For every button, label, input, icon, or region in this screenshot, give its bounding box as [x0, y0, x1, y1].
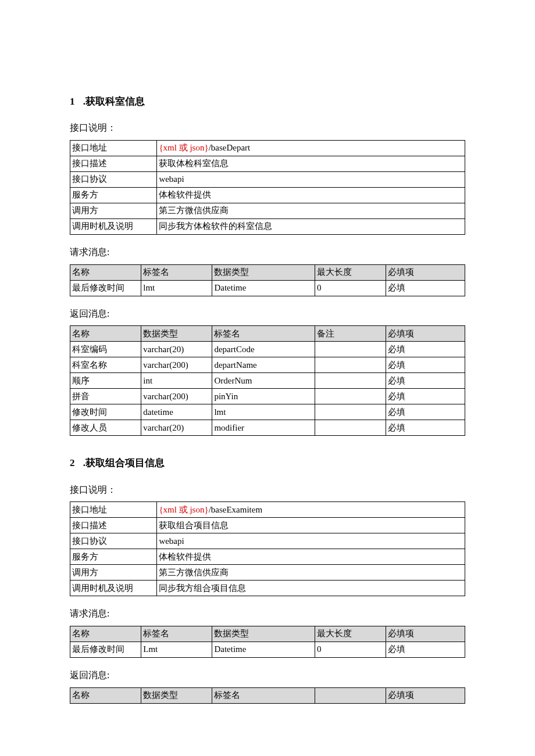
col-header: 数据类型	[141, 687, 212, 703]
table-row: 接口协议webapi	[70, 533, 465, 549]
table-row: 科室名称varchar(200)departName必填	[70, 357, 465, 373]
col-header: 数据类型	[141, 326, 212, 342]
col-header: 标签名	[212, 687, 315, 703]
section-title-text: .获取科室信息	[83, 96, 145, 107]
cell: 必填	[386, 373, 465, 389]
cell: OrderNum	[212, 373, 315, 389]
cell: datetime	[141, 404, 212, 420]
cell: 拼音	[70, 389, 141, 404]
request-table: 名称 标签名 数据类型 最大长度 必填项 最后修改时间 lmt Datetime…	[70, 264, 465, 296]
response-table: 名称 数据类型 标签名 必填项	[70, 687, 465, 704]
col-header: 标签名	[212, 326, 315, 342]
table-row: 接口地址{xml 或 json}/baseDepart	[70, 140, 465, 156]
info-value: 体检软件提供	[157, 549, 465, 565]
cell: 顺序	[70, 373, 141, 389]
col-header: 必填项	[386, 264, 465, 280]
col-header: 必填项	[386, 626, 465, 642]
info-label: 服务方	[70, 549, 157, 565]
info-label: 接口协议	[70, 533, 157, 549]
info-value-plain: /baseExamitem	[209, 505, 262, 514]
cell: 必填	[386, 389, 465, 404]
info-value-plain: /baseDepart	[209, 143, 251, 152]
table-header-row: 名称 标签名 数据类型 最大长度 必填项	[70, 264, 465, 280]
cell: 必填	[386, 342, 465, 357]
table-row: 最后修改时间 lmt Datetime 0 必填	[70, 280, 465, 296]
col-header: 名称	[70, 326, 141, 342]
table-header-row: 名称 数据类型 标签名 必填项	[70, 687, 465, 703]
info-label: 调用方	[70, 203, 157, 218]
cell	[315, 420, 386, 436]
cell	[315, 357, 386, 373]
section-number: 1	[70, 96, 75, 107]
info-value: 体检软件提供	[157, 187, 465, 203]
section-heading: 1 .获取科室信息	[70, 95, 465, 108]
info-label: 调用方	[70, 565, 157, 581]
cell: 修改时间	[70, 404, 141, 420]
info-heading: 接口说明：	[70, 122, 465, 134]
cell	[315, 389, 386, 404]
info-value: 同步我方组合项目信息	[157, 581, 465, 596]
table-row: 调用时机及说明同步我方体检软件的科室信息	[70, 218, 465, 234]
cell: 修改人员	[70, 420, 141, 436]
cell: 必填	[386, 642, 465, 658]
table-row: 拼音varchar(200)pinYin必填	[70, 389, 465, 404]
table-row: 科室编码varchar(20)departCode必填	[70, 342, 465, 357]
cell: int	[141, 373, 212, 389]
cell	[315, 404, 386, 420]
info-value: {xml 或 json}/baseDepart	[157, 140, 465, 156]
table-row: 调用时机及说明同步我方组合项目信息	[70, 581, 465, 596]
col-header: 数据类型	[212, 626, 315, 642]
info-value: 第三方微信供应商	[157, 565, 465, 581]
cell: varchar(20)	[141, 342, 212, 357]
info-value: webapi	[157, 533, 465, 549]
cell: Lmt	[141, 642, 212, 658]
cell: departCode	[212, 342, 315, 357]
col-header: 必填项	[386, 326, 465, 342]
table-row: 服务方体检软件提供	[70, 187, 465, 203]
cell: 必填	[386, 420, 465, 436]
info-label: 服务方	[70, 187, 157, 203]
response-table: 名称 数据类型 标签名 备注 必填项 科室编码varchar(20)depart…	[70, 325, 465, 436]
info-value: {xml 或 json}/baseExamitem	[157, 502, 465, 518]
table-header-row: 名称 数据类型 标签名 备注 必填项	[70, 326, 465, 342]
cell: modifier	[212, 420, 315, 436]
cell: lmt	[212, 404, 315, 420]
section-number: 2	[70, 457, 75, 468]
request-table: 名称 标签名 数据类型 最大长度 必填项 最后修改时间 Lmt Datetime…	[70, 626, 465, 658]
cell: lmt	[141, 280, 212, 296]
table-row: 接口地址{xml 或 json}/baseExamitem	[70, 502, 465, 518]
cell: 必填	[386, 357, 465, 373]
col-header: 最大长度	[315, 626, 386, 642]
col-header: 数据类型	[212, 264, 315, 280]
table-row: 服务方体检软件提供	[70, 549, 465, 565]
request-heading: 请求消息:	[70, 608, 465, 620]
response-heading: 返回消息:	[70, 308, 465, 320]
cell	[315, 342, 386, 357]
table-row: 接口描述获取体检科室信息	[70, 156, 465, 171]
cell: 0	[315, 642, 386, 658]
col-header: 标签名	[141, 264, 212, 280]
info-label: 接口协议	[70, 171, 157, 187]
cell: 科室编码	[70, 342, 141, 357]
col-header: 名称	[70, 264, 141, 280]
section-heading: 2 .获取组合项目信息	[70, 457, 465, 470]
info-value: 第三方微信供应商	[157, 203, 465, 218]
col-header: 名称	[70, 687, 141, 703]
cell: varchar(200)	[141, 389, 212, 404]
cell: 0	[315, 280, 386, 296]
info-value: 获取体检科室信息	[157, 156, 465, 171]
request-heading: 请求消息:	[70, 246, 465, 259]
info-label: 接口描述	[70, 518, 157, 533]
cell: departName	[212, 357, 315, 373]
info-value-red: {xml 或 json}	[159, 505, 208, 514]
table-row: 顺序intOrderNum必填	[70, 373, 465, 389]
info-table: 接口地址{xml 或 json}/baseExamitem 接口描述获取组合项目…	[70, 501, 465, 596]
info-value: webapi	[157, 171, 465, 187]
info-table: 接口地址{xml 或 json}/baseDepart 接口描述获取体检科室信息…	[70, 140, 465, 235]
col-header: 备注	[315, 326, 386, 342]
table-row: 最后修改时间 Lmt Datetime 0 必填	[70, 642, 465, 658]
cell: 最后修改时间	[70, 280, 141, 296]
info-value: 同步我方体检软件的科室信息	[157, 218, 465, 234]
table-row: 接口协议webapi	[70, 171, 465, 187]
info-label: 调用时机及说明	[70, 581, 157, 596]
